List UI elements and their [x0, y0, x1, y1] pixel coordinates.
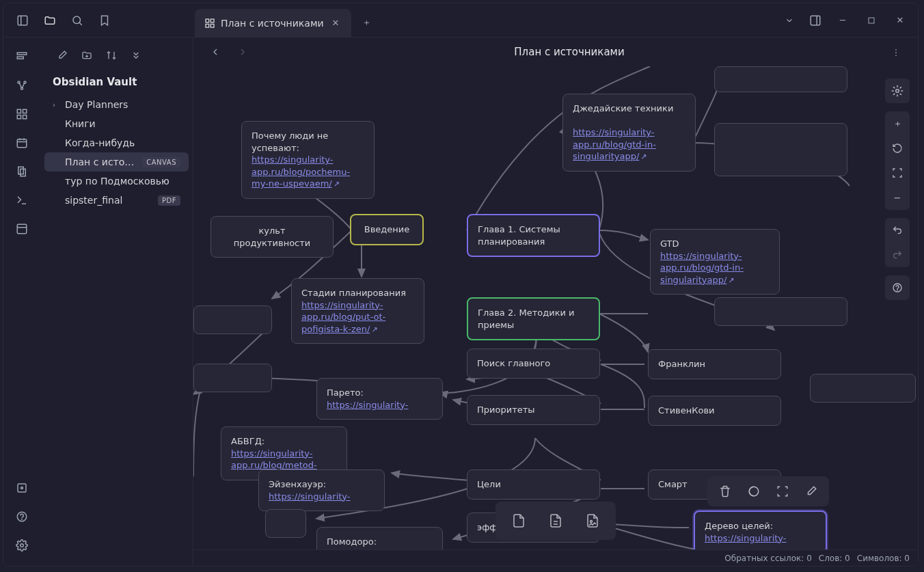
card-intro[interactable]: Введение [350, 214, 424, 245]
svg-rect-22 [17, 139, 27, 148]
card-empty-2[interactable] [714, 123, 847, 176]
close-icon[interactable]: ✕ [329, 16, 342, 29]
external-link-icon: ↗ [728, 276, 734, 285]
search-icon[interactable] [65, 8, 90, 33]
svg-rect-31 [18, 484, 26, 492]
nav-forward-icon[interactable] [230, 40, 255, 64]
new-note-icon[interactable] [53, 46, 72, 65]
card-why-people[interactable]: Почему люди не успевают: https://singula… [241, 121, 375, 199]
vault-icon[interactable] [10, 476, 34, 500]
card-ch2[interactable]: Глава 2. Методики и приемы [467, 297, 600, 340]
right-sidebar-toggle-icon[interactable] [803, 8, 828, 33]
tab-title: План с источниками [221, 18, 324, 29]
svg-rect-4 [206, 19, 209, 23]
status-words[interactable]: Слов: 0 [819, 554, 850, 563]
collapse-icon[interactable] [126, 46, 146, 65]
zoom-in-icon[interactable]: ＋ [885, 111, 910, 136]
card-ch1[interactable]: Глава 1. Системы планирования [467, 214, 600, 257]
command-palette-icon[interactable] [10, 188, 34, 213]
maximize-button[interactable] [858, 8, 885, 33]
focus-icon[interactable] [772, 480, 793, 502]
edit-icon[interactable] [800, 480, 822, 502]
new-folder-icon[interactable] [77, 46, 96, 65]
reset-zoom-icon[interactable] [885, 136, 910, 161]
canvas-new-icon[interactable] [10, 102, 34, 126]
svg-rect-11 [17, 53, 27, 55]
card-empty-4[interactable] [193, 364, 272, 392]
tree-item-books[interactable]: Книги [44, 114, 189, 133]
more-icon[interactable]: ⋮ [884, 40, 908, 64]
svg-rect-29 [17, 224, 27, 234]
svg-point-45 [896, 90, 899, 93]
card-eisenhower[interactable]: Эйзенхауэр: https://singularity- [258, 469, 385, 511]
close-button[interactable]: ✕ [886, 8, 914, 33]
minimize-button[interactable]: ─ [829, 8, 856, 33]
tree-item-day-planners[interactable]: › Day Planners [44, 95, 189, 114]
external-link-icon: ↗ [371, 325, 377, 334]
chevron-right-icon: › [53, 101, 61, 109]
bookmark-icon[interactable] [92, 8, 117, 33]
chevron-down-icon[interactable] [777, 8, 802, 33]
add-card-icon[interactable] [505, 507, 532, 534]
files-icon[interactable] [38, 8, 62, 33]
tree-item-plan-sources[interactable]: План с источ... CANVAS [44, 152, 189, 172]
settings-icon[interactable] [10, 533, 34, 558]
help-icon[interactable] [10, 504, 34, 529]
canvas-create-toolbar [495, 502, 616, 540]
delete-icon[interactable] [714, 480, 736, 502]
canvas-area[interactable]: Почему люди не успевают: https://singula… [193, 66, 918, 549]
svg-line-17 [23, 83, 25, 87]
templates-icon[interactable] [10, 159, 34, 184]
svg-rect-18 [17, 109, 21, 113]
canvas-help-icon[interactable] [885, 275, 910, 300]
graph-view-icon[interactable] [10, 73, 34, 98]
card-gtd[interactable]: GTD https://singularity-app.ru/blog/gtd-… [650, 229, 780, 295]
redo-icon[interactable] [885, 243, 910, 267]
add-media-icon[interactable] [579, 507, 606, 534]
layout-icon[interactable] [10, 217, 34, 241]
quick-switcher-icon[interactable] [10, 44, 34, 69]
card-empty-7[interactable] [810, 374, 916, 403]
svg-point-47 [897, 290, 898, 290]
card-franklin[interactable]: Франклин [648, 349, 781, 379]
svg-rect-19 [23, 109, 27, 113]
new-tab-button[interactable]: ＋ [354, 10, 379, 35]
card-covey[interactable]: СтивенКови [648, 396, 781, 426]
card-empty-3[interactable] [193, 305, 272, 334]
fit-icon[interactable] [885, 161, 910, 185]
external-link-icon: ↗ [334, 180, 340, 189]
card-empty-6[interactable] [714, 297, 847, 326]
card-search-main[interactable]: Поиск главного [467, 349, 600, 379]
status-chars[interactable]: Символов: 0 [857, 554, 910, 563]
svg-rect-10 [869, 18, 874, 23]
canvas-icon [204, 18, 215, 29]
daily-note-icon[interactable] [10, 131, 34, 155]
nav-back-icon[interactable] [203, 40, 228, 64]
undo-icon[interactable] [885, 218, 910, 243]
add-note-icon[interactable] [542, 507, 569, 534]
card-goals[interactable]: Цели [467, 469, 600, 500]
svg-point-15 [21, 87, 23, 90]
tree-item-someday[interactable]: Когда-нибудь [44, 133, 189, 152]
svg-line-16 [19, 83, 21, 87]
color-icon[interactable] [743, 480, 765, 502]
tab-canvas[interactable]: План с источниками ✕ [195, 9, 351, 38]
svg-point-44 [590, 521, 593, 523]
card-goal-tree[interactable]: Дерево целей: https://singularity- [694, 510, 827, 549]
card-empty-5[interactable] [265, 509, 306, 538]
card-jedi[interactable]: Джедайские техники https://singularity-a… [562, 94, 696, 172]
card-stages[interactable]: Стадии планирования https://singularity-… [291, 278, 424, 344]
tree-item-tour[interactable]: тур по Подмосковью [44, 172, 189, 191]
sidebar-toggle-icon[interactable] [10, 8, 35, 33]
card-cult[interactable]: культ продуктивности [210, 216, 334, 258]
zoom-out-icon[interactable]: − [885, 185, 910, 210]
sort-icon[interactable] [102, 46, 121, 65]
status-backlinks[interactable]: Обратных ссылок: 0 [724, 554, 811, 563]
tree-item-sipster[interactable]: sipster_final PDF [44, 191, 189, 210]
card-title: Почему люди не успевают: [252, 131, 328, 153]
canvas-settings-icon[interactable] [885, 79, 910, 103]
card-priorities[interactable]: Приоритеты [467, 395, 600, 425]
card-pareto[interactable]: Парето: https://singularity- [316, 378, 443, 420]
card-pomodoro[interactable]: Помодоро: https://singularity- [316, 527, 443, 549]
card-empty-1[interactable] [714, 66, 847, 92]
